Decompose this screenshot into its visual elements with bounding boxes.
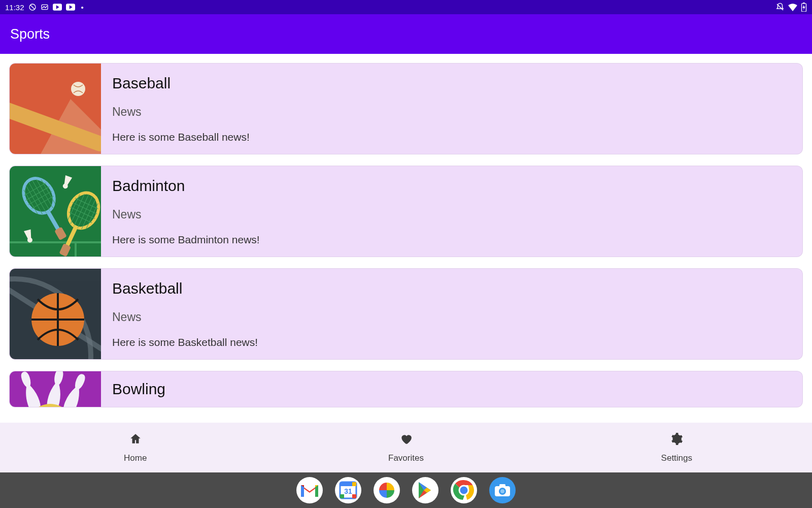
- sport-image-basketball: [10, 269, 101, 360]
- bottom-nav-home[interactable]: Home: [0, 423, 270, 472]
- sport-card-basketball[interactable]: Basketball News Here is some Basketball …: [9, 268, 803, 360]
- card-body: Bowling: [101, 371, 177, 407]
- card-subtitle: News: [112, 208, 260, 221]
- bottom-navigation: Home Favorites Settings: [0, 423, 812, 472]
- bottom-nav-settings[interactable]: Settings: [542, 423, 812, 472]
- dock-app-chrome[interactable]: [451, 477, 477, 503]
- sport-image-badminton: [10, 166, 101, 257]
- youtube-icon: [66, 4, 75, 11]
- home-icon: [129, 432, 142, 448]
- card-body: Basketball News Here is some Basketball …: [101, 269, 269, 359]
- system-dock: 31: [0, 472, 812, 508]
- battery-charging-icon: [801, 3, 807, 12]
- status-bar: 11:32 •: [0, 0, 812, 14]
- youtube-icon: [53, 4, 62, 11]
- svg-rect-15: [10, 166, 101, 257]
- card-body: Badminton News Here is some Badminton ne…: [101, 166, 271, 257]
- status-left: 11:32 •: [5, 3, 84, 12]
- sport-card-badminton[interactable]: Badminton News Here is some Badminton ne…: [9, 166, 803, 257]
- dock-app-camera[interactable]: [489, 477, 516, 503]
- dock-app-play-store[interactable]: [412, 477, 438, 503]
- sport-image-baseball: [10, 64, 101, 154]
- card-text: Here is some Basketball news!: [112, 336, 258, 348]
- card-title: Basketball: [112, 280, 258, 297]
- sport-card-bowling[interactable]: Bowling: [9, 371, 803, 407]
- calendar-date-label: 31: [344, 487, 352, 495]
- do-not-disturb-icon: [28, 3, 37, 11]
- svg-rect-9: [803, 3, 805, 4]
- notifications-off-icon: [775, 3, 785, 12]
- svg-point-14: [71, 82, 85, 96]
- card-title: Bowling: [112, 380, 165, 398]
- screenshot-icon: [41, 3, 49, 11]
- svg-point-75: [500, 489, 504, 493]
- card-text: Here is some Baseball news!: [112, 131, 250, 143]
- svg-rect-56: [301, 485, 304, 497]
- bottom-nav-favorites[interactable]: Favorites: [270, 423, 541, 472]
- dock-app-gmail[interactable]: [296, 477, 323, 503]
- bottom-nav-label: Favorites: [388, 453, 424, 463]
- app-bar-title: Sports: [10, 26, 50, 42]
- gear-icon: [670, 432, 683, 448]
- card-title: Baseball: [112, 75, 250, 92]
- sport-card-baseball[interactable]: Baseball News Here is some Baseball news…: [9, 63, 803, 154]
- svg-line-1: [30, 5, 35, 9]
- content-area: Baseball News Here is some Baseball news…: [0, 54, 812, 508]
- sports-list[interactable]: Baseball News Here is some Baseball news…: [0, 54, 812, 407]
- wifi-icon: [788, 3, 798, 11]
- dock-app-photos[interactable]: [374, 477, 400, 503]
- svg-rect-57: [315, 485, 318, 497]
- heart-icon: [399, 432, 413, 448]
- bottom-nav-label: Settings: [661, 453, 692, 463]
- status-right: [775, 3, 807, 12]
- card-text: Here is some Badminton news!: [112, 234, 260, 246]
- svg-rect-64: [352, 482, 356, 486]
- bottom-nav-label: Home: [124, 453, 147, 463]
- sport-image-bowling: [10, 371, 101, 407]
- status-dot: •: [79, 3, 84, 12]
- svg-rect-62: [352, 494, 356, 498]
- card-title: Badminton: [112, 177, 260, 195]
- svg-rect-73: [499, 484, 505, 487]
- dock-app-calendar[interactable]: 31: [335, 477, 361, 503]
- svg-rect-63: [340, 494, 344, 498]
- app-bar: Sports: [0, 14, 812, 54]
- card-subtitle: News: [112, 105, 250, 119]
- status-time: 11:32: [5, 3, 24, 12]
- svg-marker-10: [802, 5, 805, 11]
- card-body: Baseball News Here is some Baseball news…: [101, 64, 261, 154]
- card-subtitle: News: [112, 310, 258, 324]
